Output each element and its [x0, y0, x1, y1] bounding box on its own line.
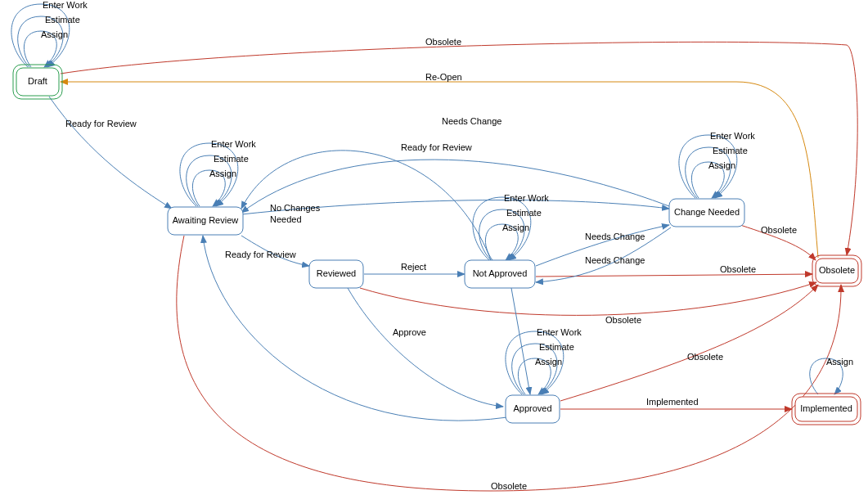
label-obsolete-reviewed: Obsolete [605, 315, 641, 325]
label-obsolete-bottom: Obsolete [491, 481, 527, 491]
label-enterwork-aw: Enter Work [211, 139, 256, 149]
state-diagram: Enter Work Estimate Assign Ready for Rev… [0, 0, 868, 504]
label-enterwork-na: Enter Work [504, 193, 549, 203]
edge-reviewed-obsolete [360, 282, 816, 315]
label-assign-aw: Assign [209, 169, 236, 178]
label-needschange-cn: Needs Change [585, 255, 645, 265]
label-assign-cn: Assign [708, 160, 735, 170]
label-estimate-na: Estimate [506, 208, 542, 218]
edge-reviewed-approved [348, 288, 503, 407]
label-reopen: Re-Open [425, 72, 462, 82]
label-assign-impl: Assign [826, 357, 853, 367]
label-needschange-na: Needs Change [585, 232, 645, 241]
label-obsolete-cn: Obsolete [761, 225, 797, 235]
node-reviewed-label: Reviewed [317, 268, 356, 278]
label-estimate-draft: Estimate [45, 15, 80, 25]
label-assign-na: Assign [502, 223, 529, 232]
label-readyforreview-1: Ready for Review [65, 119, 137, 128]
label-nochanges1: No Changes [270, 203, 321, 213]
label-reject: Reject [401, 262, 426, 272]
edge-draft-awaiting [49, 97, 172, 209]
node-implemented-label: Implemented [800, 403, 852, 413]
edge-approved-obsolete [560, 285, 818, 401]
label-obsolete-top: Obsolete [425, 37, 461, 47]
node-awaiting-label: Awaiting Review [173, 215, 239, 225]
node-approved-label: Approved [513, 403, 551, 413]
label-assign-ap: Assign [535, 357, 562, 367]
label-estimate-ap: Estimate [539, 342, 574, 352]
node-changeneeded-label: Change Needed [674, 207, 740, 217]
label-obsolete-na: Obsolete [720, 264, 756, 274]
label-obsolete-ap: Obsolete [687, 352, 723, 362]
label-enterwork-draft: Enter Work [43, 0, 88, 10]
label-enterwork-ap: Enter Work [537, 327, 582, 337]
label-readyforreview-3: Ready for Review [401, 142, 472, 152]
label-readyforreview-2: Ready for Review [225, 250, 296, 259]
node-notapproved-label: Not Approved [473, 268, 528, 278]
label-estimate-cn: Estimate [713, 146, 748, 155]
label-enterwork-cn: Enter Work [710, 131, 755, 141]
label-needschange-top: Needs Change [442, 116, 501, 126]
node-draft-label: Draft [28, 76, 47, 86]
label-nochanges2: Needed [270, 214, 302, 224]
label-assign-draft: Assign [41, 29, 68, 39]
label-implemented: Implemented [646, 397, 699, 407]
label-estimate-aw: Estimate [214, 154, 249, 164]
node-obsolete-label: Obsolete [819, 265, 855, 275]
label-approve: Approve [393, 327, 426, 337]
